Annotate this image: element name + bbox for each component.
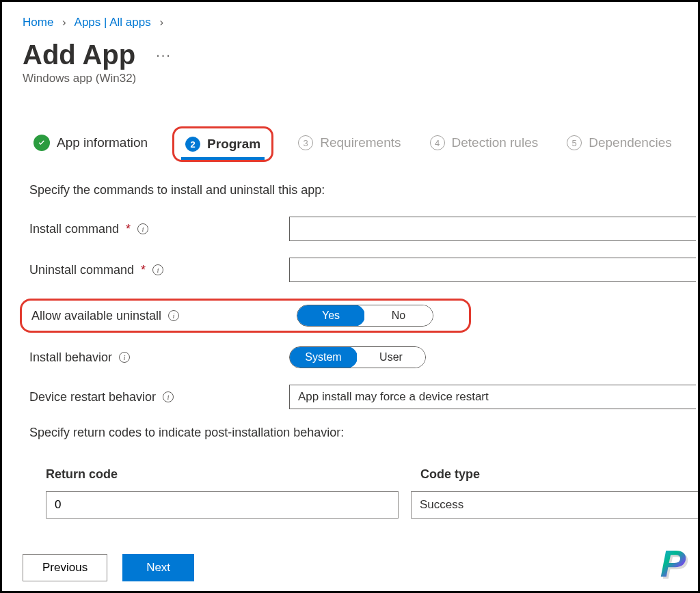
- install-behavior-system[interactable]: System: [289, 346, 358, 368]
- allow-uninstall-no[interactable]: No: [364, 305, 433, 326]
- info-icon[interactable]: i: [163, 391, 174, 402]
- code-type-header: Code type: [420, 467, 698, 482]
- breadcrumb-apps[interactable]: Apps | All apps: [75, 16, 151, 29]
- tab-program[interactable]: 2 Program: [181, 131, 265, 160]
- step-number-icon: 3: [298, 135, 313, 150]
- wizard-buttons: Previous Next: [23, 554, 677, 581]
- tab-dependencies[interactable]: 5 Dependencies: [563, 130, 675, 158]
- page-title: Add App: [23, 40, 135, 70]
- restart-behavior-label: Device restart behavior i: [29, 390, 289, 404]
- program-intro: Specify the commands to install and unin…: [29, 183, 698, 197]
- breadcrumb-home[interactable]: Home: [23, 16, 53, 29]
- previous-button[interactable]: Previous: [23, 554, 107, 581]
- tab-app-information[interactable]: App information: [29, 129, 152, 159]
- info-icon[interactable]: i: [168, 310, 179, 321]
- check-circle-icon: [33, 135, 50, 151]
- page-subtitle: Windows app (Win32): [2, 70, 698, 92]
- more-icon[interactable]: ···: [156, 47, 172, 63]
- uninstall-command-label: Uninstall command * i: [29, 263, 289, 277]
- return-code-row: Success: [29, 491, 698, 519]
- chevron-right-icon: ›: [159, 16, 163, 29]
- allow-uninstall-highlight: Allow available uninstall i Yes No: [20, 299, 471, 333]
- allow-uninstall-toggle[interactable]: Yes No: [297, 305, 433, 327]
- program-tab-highlight: 2 Program: [172, 126, 273, 162]
- info-icon[interactable]: i: [152, 264, 163, 275]
- allow-uninstall-label: Allow available uninstall i: [26, 309, 297, 323]
- allow-uninstall-yes[interactable]: Yes: [297, 305, 365, 327]
- tab-label: Detection rules: [452, 135, 539, 150]
- return-code-header: Return code: [46, 467, 420, 482]
- return-code-input[interactable]: [46, 491, 399, 519]
- chevron-right-icon: ›: [62, 16, 66, 29]
- tab-label: Requirements: [320, 135, 401, 150]
- tab-detection-rules[interactable]: 4 Detection rules: [426, 130, 543, 158]
- breadcrumb: Home › Apps | All apps ›: [2, 2, 698, 29]
- required-icon: *: [126, 222, 131, 236]
- wizard-tabs: App information 2 Program 3 Requirements…: [2, 92, 698, 163]
- step-number-icon: 2: [185, 137, 200, 152]
- return-codes-intro: Specify return codes to indicate post-in…: [29, 426, 698, 440]
- install-command-label: Install command * i: [29, 222, 289, 236]
- tab-requirements[interactable]: 3 Requirements: [294, 130, 405, 158]
- install-behavior-user[interactable]: User: [357, 347, 425, 368]
- info-icon[interactable]: i: [119, 352, 130, 363]
- restart-behavior-select[interactable]: App install may force a device restart: [289, 385, 696, 409]
- tab-label: Program: [207, 137, 260, 152]
- install-behavior-label: Install behavior i: [29, 350, 289, 365]
- code-type-select[interactable]: Success: [411, 491, 698, 519]
- tab-label: Dependencies: [589, 135, 671, 150]
- next-button[interactable]: Next: [122, 554, 194, 581]
- info-icon[interactable]: i: [137, 223, 148, 234]
- install-command-input[interactable]: [289, 217, 696, 241]
- required-icon: *: [141, 263, 146, 277]
- tab-label: App information: [57, 135, 148, 150]
- step-number-icon: 5: [567, 135, 582, 150]
- install-behavior-toggle[interactable]: System User: [289, 346, 426, 368]
- uninstall-command-input[interactable]: [289, 258, 696, 282]
- step-number-icon: 4: [430, 135, 445, 150]
